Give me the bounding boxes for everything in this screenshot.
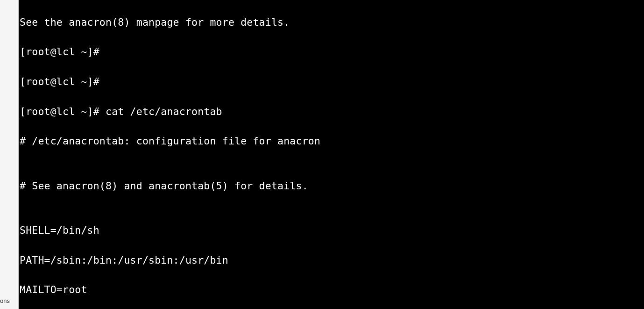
sidebar-fragment-label: ons	[0, 297, 10, 304]
terminal-line: [root@lcl ~]#	[20, 74, 643, 89]
left-sidebar: ons	[0, 0, 19, 309]
terminal-output[interactable]: See the anacron(8) manpage for more deta…	[19, 0, 644, 309]
terminal-line: MAILTO=root	[20, 282, 643, 297]
terminal-line: # See anacron(8) and anacrontab(5) for d…	[20, 179, 643, 194]
terminal-line: # /etc/anacrontab: configuration file fo…	[20, 134, 643, 149]
terminal-line: [root@lcl ~]# cat /etc/anacrontab	[20, 104, 643, 119]
terminal-line: SHELL=/bin/sh	[20, 223, 643, 238]
app-container: ons See the anacron(8) manpage for more …	[0, 0, 644, 309]
terminal-line: See the anacron(8) manpage for more deta…	[20, 15, 643, 30]
terminal-line: PATH=/sbin:/bin:/usr/sbin:/usr/bin	[20, 253, 643, 268]
terminal-line: [root@lcl ~]#	[20, 44, 643, 59]
